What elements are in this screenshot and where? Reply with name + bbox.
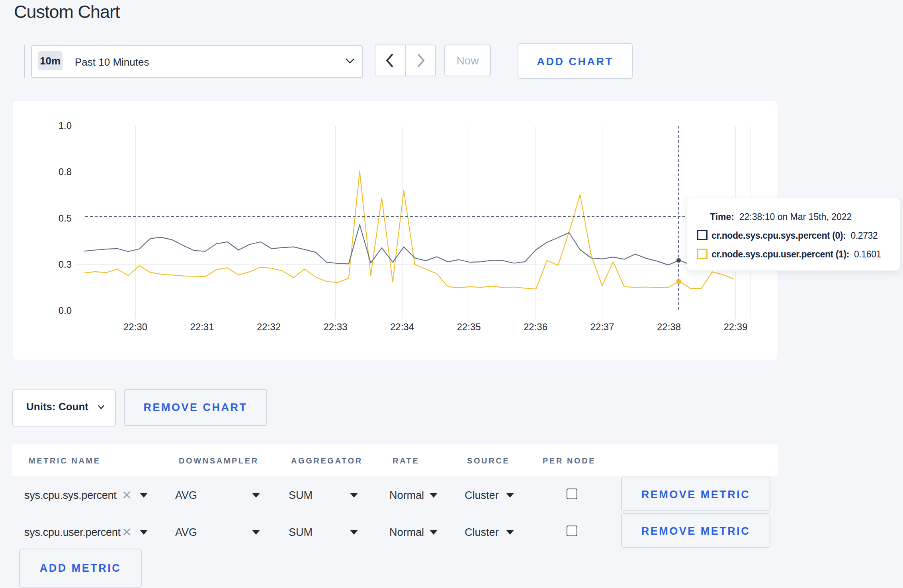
- svg-text:1.0: 1.0: [59, 120, 72, 131]
- svg-text:0.3: 0.3: [59, 259, 72, 270]
- svg-text:0.5: 0.5: [59, 213, 72, 224]
- svg-text:0.0: 0.0: [59, 305, 72, 316]
- svg-text:22:36: 22:36: [524, 321, 547, 332]
- svg-text:22:39: 22:39: [723, 321, 747, 332]
- svg-text:22:35: 22:35: [457, 321, 481, 332]
- svg-text:22:34: 22:34: [390, 321, 414, 332]
- svg-text:22:33: 22:33: [323, 321, 347, 332]
- svg-text:22:31: 22:31: [190, 321, 214, 332]
- svg-text:22:30: 22:30: [123, 321, 147, 332]
- svg-text:22:38: 22:38: [657, 321, 681, 332]
- svg-text:0.8: 0.8: [59, 166, 72, 177]
- svg-text:22:32: 22:32: [257, 321, 281, 332]
- svg-text:22:37: 22:37: [590, 321, 614, 332]
